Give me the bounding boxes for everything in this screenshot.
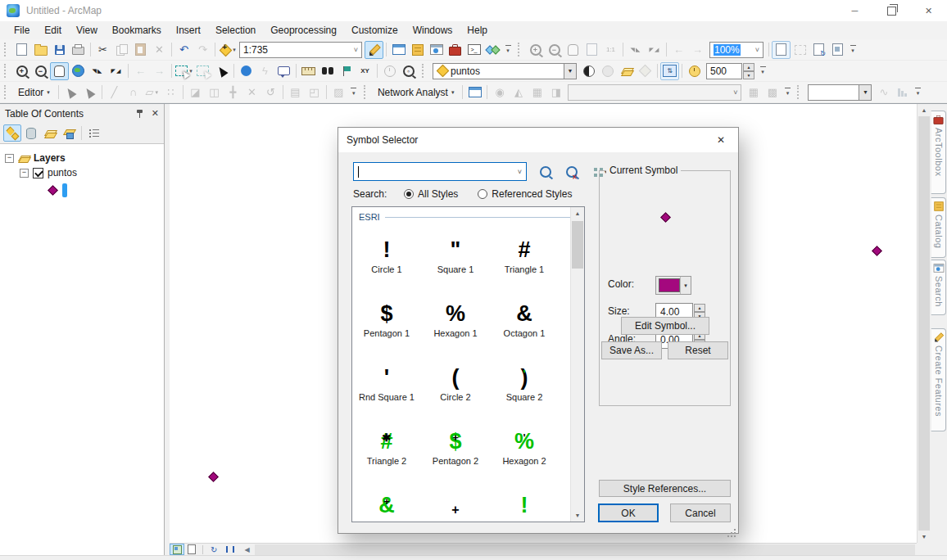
- combo-dropdown-button[interactable]: ▼: [859, 84, 872, 101]
- toolbar-overflow-button[interactable]: ▾: [847, 41, 859, 59]
- symbol-item[interactable]: !: [490, 482, 559, 520]
- measure[interactable]: [299, 62, 318, 80]
- delete-sketch[interactable]: ✕: [242, 84, 261, 102]
- collapse-icon[interactable]: [5, 154, 14, 163]
- flicker-rate-spinner[interactable]: 500▲▼: [706, 63, 754, 79]
- build-network[interactable]: ▦: [528, 84, 546, 102]
- delete[interactable]: ✕: [150, 41, 169, 59]
- clear-selected-features[interactable]: [193, 62, 212, 80]
- list-by-drawing-order-button[interactable]: [3, 124, 21, 142]
- all-styles-label[interactable]: All Styles: [418, 188, 458, 200]
- save-as-button[interactable]: Save As...: [601, 341, 662, 359]
- straight-segment[interactable]: ╱: [105, 84, 124, 102]
- combo-dropdown-button[interactable]: ▼: [564, 63, 577, 79]
- menu-item-file[interactable]: File: [7, 22, 37, 38]
- symbol-item-circle-1[interactable]: !Circle 1: [352, 227, 421, 274]
- layout-view-button[interactable]: [184, 544, 199, 555]
- scroll-up-icon[interactable]: ▲: [918, 104, 931, 116]
- interpolate-tool[interactable]: ∿: [874, 84, 893, 102]
- docked-tab-create-features[interactable]: Create Features: [931, 328, 946, 431]
- search-window[interactable]: [427, 41, 446, 59]
- layer-combo[interactable]: [808, 84, 859, 101]
- clear-search-button[interactable]: ✕: [561, 162, 582, 182]
- refresh-view-icon[interactable]: ↻: [211, 545, 217, 554]
- full-extent[interactable]: [69, 62, 88, 80]
- cut-polygons[interactable]: ◪: [186, 84, 205, 102]
- html-popup[interactable]: [274, 62, 293, 80]
- list-scroll-thumb[interactable]: [572, 221, 583, 269]
- focus-data-frame[interactable]: [791, 41, 809, 59]
- time-slider[interactable]: [380, 62, 399, 80]
- toolbar-overflow-button[interactable]: ▾: [757, 62, 768, 80]
- spin-up-icon[interactable]: ▲: [694, 304, 705, 312]
- transparency[interactable]: [617, 62, 636, 80]
- list-by-selection-button[interactable]: [60, 124, 78, 142]
- vertical-scroll-thumb[interactable]: [918, 116, 930, 531]
- create-viewer-window[interactable]: ◦: [399, 62, 418, 80]
- endpoint-arc-segment[interactable]: ∩: [124, 84, 143, 102]
- spin-up-icon[interactable]: ▲: [743, 63, 754, 71]
- spin-down-icon[interactable]: ▼: [743, 71, 754, 79]
- minimize-button[interactable]: ─: [836, 0, 873, 21]
- editor-menu[interactable]: Editor▾: [12, 84, 56, 101]
- symbol-item-triangle-2[interactable]: #✱Triangle 2: [352, 418, 421, 466]
- chevron-down-icon[interactable]: ˅: [351, 46, 358, 54]
- add-data[interactable]: ▾: [218, 41, 237, 59]
- spinner-value[interactable]: 500: [706, 63, 742, 79]
- list-by-source-button[interactable]: [22, 124, 40, 142]
- zoom-in-page[interactable]: +: [526, 41, 545, 59]
- scroll-up-icon[interactable]: ▲: [571, 207, 584, 219]
- pan-page[interactable]: [564, 41, 582, 59]
- reset-button[interactable]: Reset: [668, 341, 728, 359]
- symbol-search-input[interactable]: ˅: [353, 162, 527, 181]
- attributes-window[interactable]: ▤: [286, 84, 305, 102]
- split-tool[interactable]: ◫: [205, 84, 224, 102]
- menu-item-bookmarks[interactable]: Bookmarks: [105, 22, 169, 38]
- arctoolbox-window[interactable]: [446, 41, 464, 59]
- menu-item-selection[interactable]: Selection: [208, 22, 263, 38]
- chevron-down-icon[interactable]: ˅: [752, 46, 759, 54]
- scroll-down-icon[interactable]: ▼: [918, 531, 931, 543]
- layer-name-label[interactable]: puntos: [48, 167, 77, 178]
- symbol-item-pentagon-2[interactable]: $+Pentagon 2: [421, 418, 490, 466]
- referenced-styles-radio[interactable]: [478, 189, 487, 199]
- zoom-out-page[interactable]: −: [545, 41, 564, 59]
- go-forward-extent[interactable]: →: [150, 62, 169, 80]
- symbol-item-triangle-1[interactable]: #Triangle 1: [490, 227, 559, 274]
- symbol-list[interactable]: ESRI !Circle 1"Square 1#Triangle 1$Penta…: [351, 206, 585, 522]
- close-button[interactable]: ✕: [910, 0, 947, 21]
- zoom-out[interactable]: −: [31, 62, 50, 80]
- go-forward-extent-page[interactable]: →: [688, 41, 707, 59]
- collapse-icon[interactable]: [20, 169, 29, 178]
- toc-close-icon[interactable]: ✕: [152, 108, 159, 119]
- ok-button[interactable]: OK: [598, 504, 659, 522]
- zoom-percent-combo[interactable]: 100%˅: [709, 42, 763, 58]
- zoom-100-percent[interactable]: 1:1: [601, 41, 620, 59]
- chevron-down-icon[interactable]: ˅: [518, 168, 526, 176]
- toolbar-overflow-button[interactable]: ▾: [912, 84, 923, 102]
- directions-window[interactable]: ◨: [546, 84, 565, 102]
- pan-tool[interactable]: [50, 62, 69, 80]
- symbol-item-circle-2[interactable]: (Circle 2: [421, 355, 490, 402]
- docked-tab-search[interactable]: Search: [931, 260, 946, 315]
- network-identify[interactable]: ▦: [744, 84, 763, 102]
- menu-item-customize[interactable]: Customize: [344, 22, 406, 38]
- histogram-tool[interactable]: [893, 84, 912, 102]
- color-picker-button[interactable]: ▾: [655, 276, 691, 295]
- redo[interactable]: ↷: [193, 41, 212, 59]
- horizontal-scroll-track[interactable]: [255, 544, 915, 555]
- search-button[interactable]: [535, 162, 556, 182]
- cancel-button[interactable]: Cancel: [670, 504, 731, 522]
- fixed-zoom-in-page[interactable]: [626, 41, 645, 59]
- zoom-in[interactable]: +: [12, 62, 31, 80]
- new-document[interactable]: [12, 41, 31, 59]
- hyperlink[interactable]: ϟ: [256, 62, 274, 80]
- docked-tab-catalog[interactable]: Catalog: [931, 197, 946, 258]
- select-features[interactable]: ▾: [174, 62, 193, 80]
- symbol-item[interactable]: &+: [352, 482, 421, 520]
- map-scale-combo[interactable]: 1:735˅: [239, 42, 362, 58]
- create-network-location[interactable]: ◉: [490, 84, 509, 102]
- toggle-draft-mode[interactable]: [772, 41, 791, 59]
- contrast[interactable]: [579, 62, 598, 80]
- select-elements[interactable]: [212, 62, 231, 80]
